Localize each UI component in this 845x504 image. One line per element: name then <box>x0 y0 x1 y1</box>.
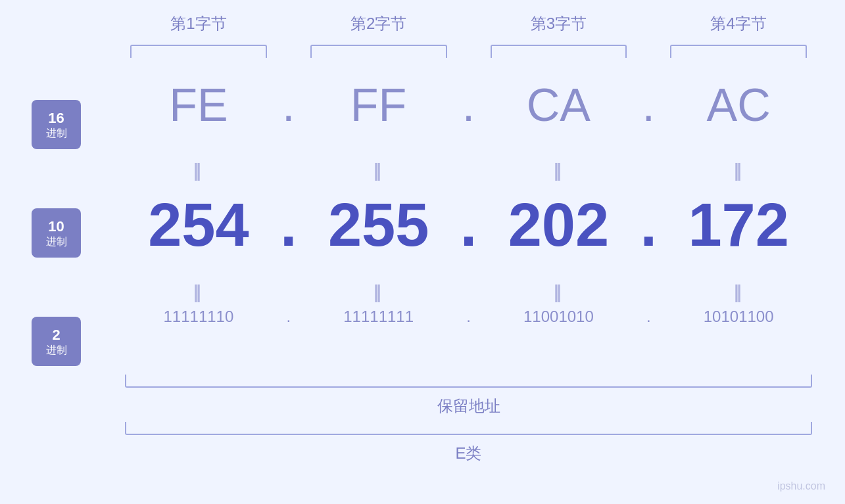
dot-dec-2: . <box>452 191 485 260</box>
dot-bin-1: . <box>272 308 305 326</box>
dec-val-1: 254 <box>125 191 272 260</box>
bracket-1 <box>130 45 267 58</box>
equals-row-2: ‖ ‖ ‖ ‖ <box>125 283 812 303</box>
hex-row: FE . FF . CA . AC <box>125 79 812 131</box>
hex-val-2: FF <box>305 79 452 131</box>
bin-val-1: 11111110 <box>125 308 272 326</box>
hex-val-3: CA <box>485 79 633 131</box>
eq-3: ‖ <box>485 161 633 181</box>
dot-hex-1: . <box>272 79 305 131</box>
bin-label: 2 进制 <box>32 317 81 366</box>
equals-row-1: ‖ ‖ ‖ ‖ <box>125 161 812 181</box>
eq-4: ‖ <box>665 161 812 181</box>
dec-val-3: 202 <box>485 191 633 260</box>
byte-header-3: 第3字节 <box>485 13 633 34</box>
eq-2: ‖ <box>305 161 452 181</box>
bin-val-3: 11001010 <box>485 308 633 326</box>
hex-label-bottom: 进制 <box>46 127 67 139</box>
hex-val-1: FE <box>125 79 272 131</box>
dot-dec-3: . <box>632 191 665 260</box>
dec-label-bottom: 进制 <box>46 235 67 248</box>
bin-label-top: 2 <box>52 327 60 344</box>
eq2-2: ‖ <box>305 283 452 303</box>
bin-val-4: 10101100 <box>665 308 812 326</box>
byte-headers-row: 第1字节 第2字节 第3字节 第4字节 <box>125 13 812 34</box>
bin-val-2: 11111111 <box>305 308 452 326</box>
bottom-label-1: 保留地址 <box>125 388 812 422</box>
dot-bin-2: . <box>452 308 485 326</box>
bottom-bracket-1 <box>125 375 812 388</box>
bottom-label-2: E类 <box>125 435 812 464</box>
eq-1: ‖ <box>125 161 272 181</box>
eq2-1: ‖ <box>125 283 272 303</box>
dot-dec-1: . <box>272 191 305 260</box>
bin-row: 11111110 . 11111111 . 11001010 . 1010110… <box>125 308 812 326</box>
dec-row: 254 . 255 . 202 . 172 <box>125 191 812 260</box>
dec-val-4: 172 <box>665 191 812 260</box>
brackets-row <box>125 45 812 58</box>
hex-label-top: 16 <box>48 110 64 127</box>
hex-label: 16 进制 <box>32 100 81 149</box>
bracket-4 <box>670 45 807 58</box>
bracket-2 <box>310 45 447 58</box>
dot-hex-2: . <box>452 79 485 131</box>
main-container: 16 进制 10 进制 2 进制 第1字节 第2字节 第3字节 第4字节 <box>0 0 845 504</box>
byte-header-1: 第1字节 <box>125 13 272 34</box>
bottom-bracket-2 <box>125 422 812 435</box>
byte-header-4: 第4字节 <box>665 13 812 34</box>
eq2-4: ‖ <box>665 283 812 303</box>
bracket-3 <box>491 45 627 58</box>
byte-header-2: 第2字节 <box>305 13 452 34</box>
dot-bin-3: . <box>632 308 665 326</box>
watermark: ipshu.com <box>777 480 825 492</box>
dec-val-2: 255 <box>305 191 452 260</box>
dec-label-top: 10 <box>48 218 64 235</box>
dot-hex-3: . <box>632 79 665 131</box>
bottom-section: 保留地址 E类 <box>125 375 812 464</box>
dec-label: 10 进制 <box>32 208 81 258</box>
bin-label-bottom: 进制 <box>46 344 67 356</box>
eq2-3: ‖ <box>485 283 633 303</box>
hex-val-4: AC <box>665 79 812 131</box>
